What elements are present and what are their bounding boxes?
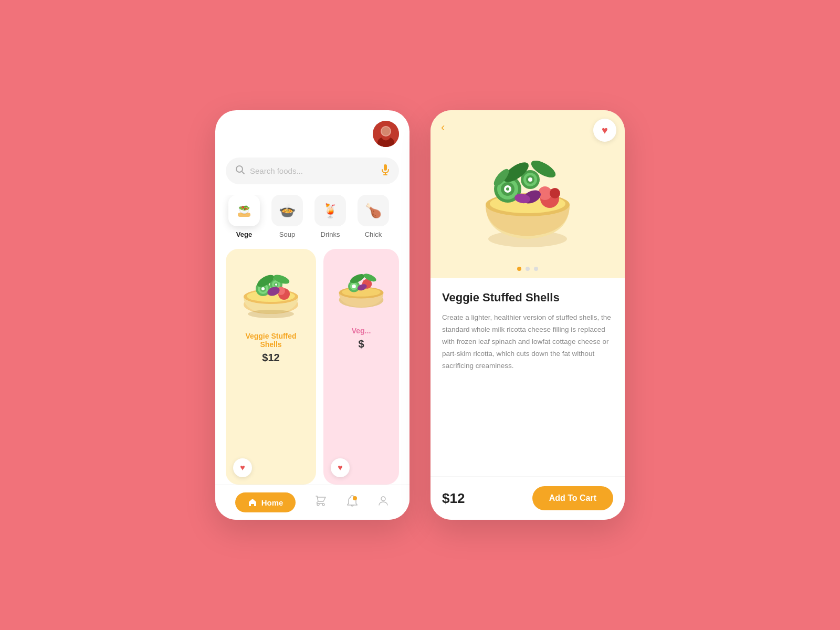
food-card-image-veggie xyxy=(234,257,308,326)
svg-point-18 xyxy=(261,287,265,290)
food-cards-list: Veggie Stuffed Shells $12 ♥ xyxy=(215,249,410,485)
detail-content: Veggie Stuffed Shells Create a lighter, … xyxy=(430,278,625,476)
svg-line-5 xyxy=(242,172,244,174)
category-icon-chicken: 🍗 xyxy=(358,195,389,226)
back-button[interactable]: ‹ xyxy=(441,121,445,134)
home-label: Home xyxy=(261,498,284,507)
user-nav-icon[interactable] xyxy=(377,495,390,510)
svg-point-4 xyxy=(236,166,243,172)
svg-text:🥗: 🥗 xyxy=(238,204,250,215)
food-card-title-second: Veg... xyxy=(352,327,371,335)
heart-button-second[interactable]: ♥ xyxy=(331,458,350,477)
screens-container: Search foods... 🥗 V xyxy=(215,110,625,520)
category-soup[interactable]: 🍲 Soup xyxy=(269,195,306,238)
add-to-cart-button[interactable]: Add To Cart xyxy=(532,486,613,510)
category-label-drinks: Drinks xyxy=(321,230,340,238)
detail-heart-button[interactable]: ♥ xyxy=(593,119,616,142)
home-icon xyxy=(248,498,257,507)
category-icon-vege: 🥗 xyxy=(228,195,260,226)
mic-icon[interactable] xyxy=(381,164,390,178)
dot-2[interactable] xyxy=(526,267,530,271)
food-card-image-second xyxy=(330,257,393,320)
category-label-soup: Soup xyxy=(279,230,295,238)
search-placeholder: Search foods... xyxy=(250,166,376,175)
svg-point-48 xyxy=(506,187,509,191)
category-vege[interactable]: 🥗 Vege xyxy=(226,195,262,238)
detail-title: Veggie Stuffed Shells xyxy=(442,291,613,304)
avatar[interactable] xyxy=(373,121,399,147)
food-card-title-veggie: Veggie Stuffed Shells xyxy=(234,332,308,349)
left-header xyxy=(215,110,410,152)
detail-price: $12 xyxy=(442,490,465,507)
categories-list: 🥗 Vege 🍲 Soup 🍹 Drinks 🍗 xyxy=(215,195,410,249)
detail-hero: ‹ ♥ xyxy=(430,110,625,278)
home-nav-button[interactable]: Home xyxy=(235,492,296,512)
dot-3[interactable] xyxy=(534,267,538,271)
screen-left: Search foods... 🥗 V xyxy=(215,110,410,520)
svg-point-40 xyxy=(381,497,385,501)
bottom-nav: Home xyxy=(215,485,410,520)
bell-nav-icon[interactable] xyxy=(346,495,359,510)
svg-point-22 xyxy=(275,284,277,286)
cart-nav-icon[interactable] xyxy=(314,495,327,510)
food-card-price-veggie: $12 xyxy=(262,352,279,364)
svg-point-28 xyxy=(248,310,294,318)
detail-footer: $12 Add To Cart xyxy=(430,476,625,520)
food-card-second[interactable]: Veg... $ ♥ xyxy=(323,249,399,485)
category-drinks[interactable]: 🍹 Drinks xyxy=(312,195,349,238)
category-label-vege: Vege xyxy=(236,230,252,238)
svg-rect-6 xyxy=(384,164,387,171)
svg-point-34 xyxy=(352,285,355,288)
food-card-price-second: $ xyxy=(358,338,364,350)
food-card-veggie-stuffed[interactable]: Veggie Stuffed Shells $12 ♥ xyxy=(226,249,316,485)
category-icon-soup: 🍲 xyxy=(271,195,303,226)
category-chicken[interactable]: 🍗 Chick xyxy=(355,195,392,238)
screen-right: ‹ ♥ xyxy=(430,110,625,520)
category-icon-drinks: 🍹 xyxy=(314,195,346,226)
carousel-dots xyxy=(517,267,538,271)
svg-point-52 xyxy=(528,177,532,182)
detail-hero-image xyxy=(470,136,585,252)
svg-point-55 xyxy=(550,188,560,198)
search-bar[interactable]: Search foods... xyxy=(226,158,399,184)
detail-description: Create a lighter, healthier version of s… xyxy=(442,312,613,372)
category-label-chicken: Chick xyxy=(365,230,382,238)
heart-button-veggie[interactable]: ♥ xyxy=(233,458,252,477)
dot-1[interactable] xyxy=(517,267,521,271)
search-icon xyxy=(235,165,245,177)
svg-point-39 xyxy=(353,496,357,500)
svg-point-3 xyxy=(382,127,390,135)
